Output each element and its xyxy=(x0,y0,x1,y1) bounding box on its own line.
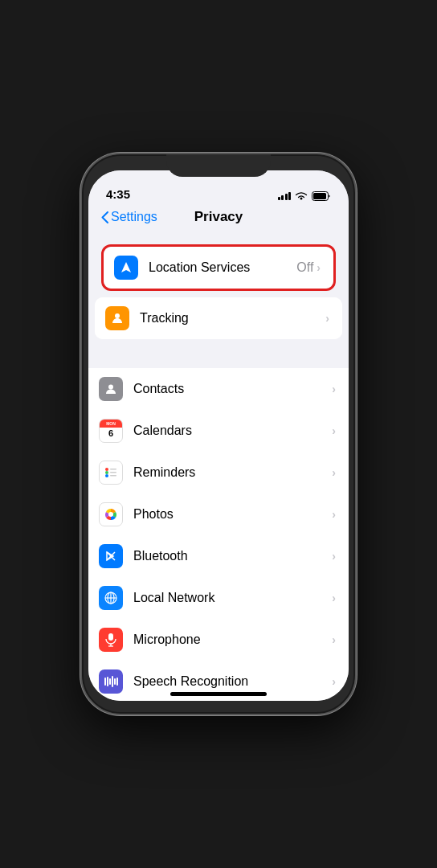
home-indicator[interactable] xyxy=(170,692,267,696)
section-divider-1 xyxy=(88,339,349,368)
page-title: Privacy xyxy=(194,209,243,225)
reminders-icon-wrap xyxy=(88,461,133,485)
svg-rect-20 xyxy=(109,678,111,685)
location-icon-wrap xyxy=(104,256,149,280)
back-button[interactable]: Settings xyxy=(101,210,157,224)
calendars-icon: MON 6 xyxy=(99,419,123,443)
bluetooth-icon-wrap xyxy=(88,544,133,568)
svg-rect-18 xyxy=(104,678,106,686)
photos-icon-wrap xyxy=(88,502,133,526)
reminders-item[interactable]: Reminders › xyxy=(88,452,349,493)
tracking-label: Tracking xyxy=(140,311,325,326)
microphone-item[interactable]: Microphone › xyxy=(88,619,349,661)
tracking-icon-wrap xyxy=(95,306,140,330)
battery-icon xyxy=(312,191,331,201)
svg-rect-9 xyxy=(110,475,116,477)
local-network-label: Local Network xyxy=(133,591,332,605)
signal-icon xyxy=(278,192,292,200)
svg-rect-8 xyxy=(110,472,116,473)
svg-point-5 xyxy=(105,471,108,474)
tracking-item[interactable]: Tracking › xyxy=(95,297,342,339)
calendars-chevron: › xyxy=(332,424,336,437)
status-time: 4:35 xyxy=(106,187,130,201)
location-services-label: Location Services xyxy=(149,260,296,275)
contacts-icon xyxy=(99,377,123,401)
wifi-icon xyxy=(295,191,308,201)
photos-item[interactable]: Photos › xyxy=(88,493,349,535)
reminders-chevron: › xyxy=(332,466,336,479)
location-icon xyxy=(114,256,138,280)
speech-chevron: › xyxy=(332,675,336,688)
local-network-chevron: › xyxy=(332,592,336,604)
reminders-label: Reminders xyxy=(133,465,332,480)
bluetooth-icon xyxy=(99,544,123,568)
calendars-item[interactable]: MON 6 Calendars › xyxy=(88,410,349,452)
svg-rect-1 xyxy=(313,193,326,199)
tracking-chevron: › xyxy=(325,312,329,325)
reminders-icon xyxy=(99,461,123,485)
phone-frame: 4:35 xyxy=(80,153,357,715)
location-services-value: Off xyxy=(296,260,313,275)
svg-point-2 xyxy=(115,313,120,318)
svg-rect-21 xyxy=(112,676,113,687)
contacts-item[interactable]: Contacts › xyxy=(88,368,349,410)
microphone-chevron: › xyxy=(332,633,336,646)
power-button[interactable] xyxy=(355,251,357,307)
svg-rect-23 xyxy=(116,678,118,686)
location-services-item[interactable]: Location Services Off › xyxy=(104,247,333,289)
bluetooth-item[interactable]: Bluetooth › xyxy=(88,535,349,577)
tracking-icon xyxy=(105,306,129,330)
notch xyxy=(166,154,271,177)
svg-rect-22 xyxy=(114,678,116,685)
photos-label: Photos xyxy=(133,507,332,522)
status-icons xyxy=(278,191,332,201)
svg-point-6 xyxy=(105,474,108,477)
bluetooth-chevron: › xyxy=(332,550,336,563)
photos-icon xyxy=(99,502,123,526)
bluetooth-label: Bluetooth xyxy=(133,549,332,563)
svg-point-4 xyxy=(105,468,108,471)
svg-rect-19 xyxy=(107,677,108,686)
calendars-icon-wrap: MON 6 xyxy=(88,419,133,443)
svg-rect-15 xyxy=(108,633,113,641)
contacts-chevron: › xyxy=(332,383,336,395)
calendars-label: Calendars xyxy=(133,424,332,438)
volume-buttons[interactable] xyxy=(80,273,82,321)
microphone-label: Microphone xyxy=(133,633,332,647)
microphone-icon xyxy=(99,628,123,652)
speech-icon-wrap xyxy=(88,669,133,694)
photos-chevron: › xyxy=(332,508,336,521)
nav-bar: Settings Privacy xyxy=(88,206,349,231)
location-services-chevron: › xyxy=(317,261,321,274)
local-network-icon-wrap xyxy=(88,586,133,610)
phone-screen: 4:35 xyxy=(88,170,349,701)
svg-rect-7 xyxy=(110,469,116,470)
contacts-label: Contacts xyxy=(133,382,332,396)
local-network-icon xyxy=(99,586,123,610)
microphone-icon-wrap xyxy=(88,628,133,652)
svg-point-3 xyxy=(108,385,113,390)
back-label: Settings xyxy=(111,210,157,224)
settings-content: Location Services Off › xyxy=(88,231,349,701)
contacts-icon-wrap xyxy=(88,377,133,401)
mute-button[interactable] xyxy=(80,235,82,260)
speech-label: Speech Recognition xyxy=(133,674,332,689)
location-services-highlight: Location Services Off › xyxy=(101,244,336,291)
svg-point-10 xyxy=(108,512,113,517)
main-settings-group: Contacts › MON 6 Calendars › xyxy=(88,368,349,701)
local-network-item[interactable]: Local Network › xyxy=(88,577,349,619)
speech-icon xyxy=(99,669,123,694)
